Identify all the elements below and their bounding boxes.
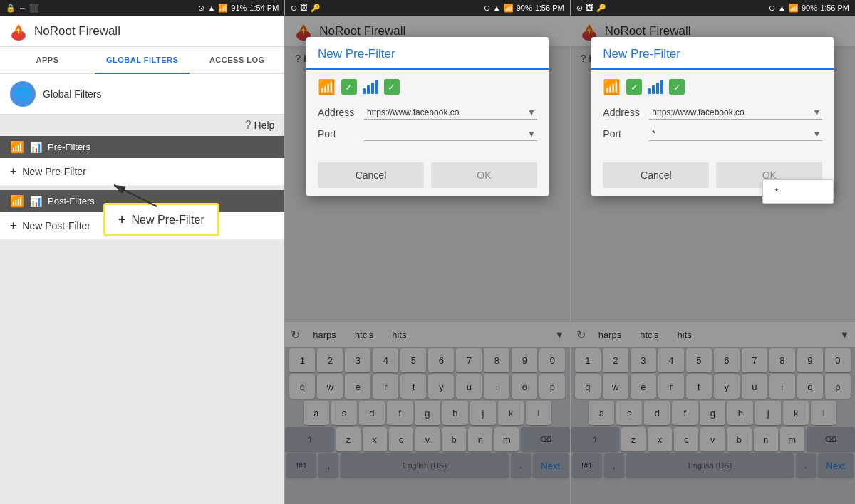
signal-bars-dialog2 [363,80,378,94]
time-1: 1:54 PM [249,4,279,12]
port-input-wrapper-2: ▼ [364,127,537,141]
port-field-row-3: Port ▼ [603,127,822,141]
alarm-icon: ⊙ [198,4,204,13]
address-dropdown-arrow-2[interactable]: ▼ [527,107,536,117]
panel-2: ⊙ 🖼 🔑 ⊙ ▲ 📶 90% 1:56 PM NoRoot Firewall … [285,0,570,504]
dialog-overlay-3: New Pre-Filter 📶 ✓ ✓ [571,16,855,504]
dialog-title-2: New Pre-Filter [306,37,549,70]
dialog-title-3: New Pre-Filter [591,37,834,70]
dialog-icons-row-3: 📶 ✓ ✓ [603,78,822,95]
p3-time: 1:56 PM [820,4,849,12]
plus-icon-pre: + [10,165,16,178]
check-icon-wifi2[interactable]: ✓ [341,79,357,95]
globe-icon: 🌐 [10,81,36,107]
p2-wifi: ▲ [493,4,501,12]
status-bar-2: ⊙ 🖼 🔑 ⊙ ▲ 📶 90% 1:56 PM [285,0,569,16]
p3-lock: ⊙ [576,4,583,13]
port-input-2[interactable] [364,127,537,141]
new-post-filter-label: New Post-Filter [22,220,90,231]
help-text: Help [254,120,275,131]
screen-icon: ⬛ [29,4,39,13]
tab-bar-1: APPS GLOBAL FILTERS ACCESS LOG [0,47,284,74]
port-label-3: Port [603,128,642,140]
address-field-row-2: Address ▼ [318,105,537,120]
address-input-3[interactable] [649,106,822,120]
address-input-wrapper-2: ▼ [364,105,537,120]
p3-alarm: ⊙ [769,4,775,13]
panel-3: ⊙ 🖼 🔑 ⊙ ▲ 📶 90% 1:56 PM NoRoot Firewall … [571,0,855,504]
global-filters-label: Global Filters [43,88,101,100]
p2-alarm: ⊙ [484,4,490,13]
status-bar-1: 🔒 ← ⬛ ⊙ ▲ 📶 91% 1:54 PM [0,0,284,16]
signal-icon-status: 📶 [218,4,228,13]
global-filters-row: 🌐 Global Filters [0,74,284,115]
p2-battery: 90% [517,4,532,12]
p2-img: 🖼 [300,4,308,12]
wifi-icon-dialog3: 📶 [603,78,621,95]
p2-key: 🔑 [311,4,321,13]
port-input-wrapper-3: ▼ [649,127,822,141]
check-icon-wifi3[interactable]: ✓ [626,79,642,95]
dialog-body-3: 📶 ✓ ✓ Address ▼ [591,70,834,157]
port-label-2: Port [318,128,357,140]
port-dropdown-arrow-3[interactable]: ▼ [812,129,821,139]
wifi-icon-status: ▲ [207,4,215,12]
dialog-buttons-2: Cancel OK [306,157,549,196]
lock-icon: 🔒 [6,4,16,13]
address-label-2: Address [318,107,357,118]
tab-global-filters[interactable]: GLOBAL FILTERS [95,47,190,74]
p2-lock: ⊙ [291,4,297,13]
help-row: ? Help [0,115,284,136]
port-field-row-2: Port ▼ [318,127,537,141]
p3-wifi: ▲ [778,4,786,12]
signal-bars-dialog3 [648,80,663,94]
dialog-box-2: New Pre-Filter 📶 ✓ ✓ [306,37,549,196]
tab-apps[interactable]: APPS [0,47,95,74]
pre-filters-header: 📶 📊 Pre-Filters [0,136,284,158]
dialog-box-3: New Pre-Filter 📶 ✓ ✓ [591,37,834,196]
battery-pct-1: 91% [231,4,247,12]
port-dropdown-arrow-2[interactable]: ▼ [527,129,536,139]
p2-signal: 📶 [504,4,514,13]
ok-button-2[interactable]: OK [431,162,537,188]
signal-bars-pre: 📊 [30,142,42,153]
p3-key: 🔑 [596,4,606,13]
fire-icon [9,21,28,41]
status-bar-3: ⊙ 🖼 🔑 ⊙ ▲ 📶 90% 1:56 PM [571,0,855,16]
p3-signal: 📶 [789,4,799,13]
cancel-button-3[interactable]: Cancel [603,162,709,188]
status-left: 🔒 ← ⬛ [6,4,39,13]
dialog-overlay-2: New Pre-Filter 📶 ✓ ✓ [285,16,569,504]
wifi-icon-post: 📶 [10,194,24,208]
address-field-row-3: Address ▼ [603,105,822,120]
app-title-1: NoRoot Firewall [34,24,120,38]
p3-img: 🖼 [586,4,594,12]
address-input-2[interactable] [364,106,537,120]
address-label-3: Address [603,107,642,118]
port-input-3[interactable] [649,127,822,141]
cancel-button-2[interactable]: Cancel [318,162,424,188]
dialog-icons-row-2: 📶 ✓ ✓ [318,78,537,95]
check-icon-signal3[interactable]: ✓ [669,79,685,95]
signal-bars-post: 📊 [30,196,42,207]
dropdown-item-wildcard[interactable]: * [763,180,833,203]
back-icon: ← [19,4,26,12]
question-icon: ? [245,119,252,132]
dropdown-popup-3[interactable]: * [762,179,834,204]
wifi-icon-pre: 📶 [10,140,24,154]
address-dropdown-arrow-3[interactable]: ▼ [812,107,821,117]
status-right: ⊙ ▲ 📶 91% 1:54 PM [198,4,279,13]
p2-time: 1:56 PM [535,4,564,12]
panel-1: 🔒 ← ⬛ ⊙ ▲ 📶 91% 1:54 PM NoRoot Firewall … [0,0,285,504]
check-icon-signal2[interactable]: ✓ [384,79,400,95]
address-input-wrapper-3: ▼ [649,105,822,120]
app-header-1: NoRoot Firewall [0,16,284,47]
dialog-body-2: 📶 ✓ ✓ Address ▼ [306,70,549,157]
pre-filters-label: Pre-Filters [48,142,90,152]
annotation-arrow-1 [57,164,171,221]
wifi-icon-dialog2: 📶 [318,78,336,95]
p3-battery: 90% [802,4,817,12]
tab-access-log[interactable]: ACCESS LOG [190,47,284,74]
plus-icon-post: + [10,219,16,232]
